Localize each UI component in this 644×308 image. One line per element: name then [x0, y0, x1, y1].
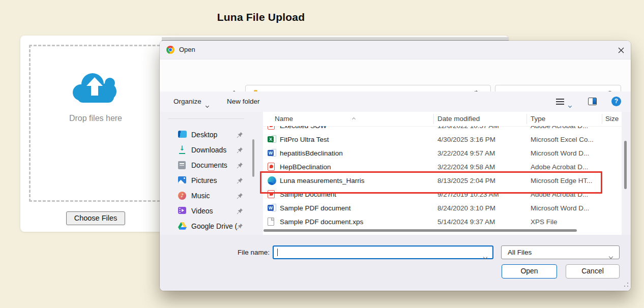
- column-header-size[interactable]: Size: [605, 112, 619, 126]
- dialog-navigation-bar: ← → ↑ Desktop Sample Upload Search Sampl…: [160, 59, 631, 91]
- screen: Luna File Upload Drop files here Choose …: [0, 0, 644, 308]
- google-drive-icon: [178, 222, 187, 232]
- open-button[interactable]: Open: [502, 264, 557, 279]
- sort-ascending-icon: [353, 113, 355, 122]
- file-name: hepatitisBdeclination: [280, 146, 343, 160]
- file-type-chevron-icon: [609, 251, 612, 260]
- sidebar-item-downloads[interactable]: Downloads: [160, 142, 261, 158]
- pin-icon: [237, 162, 243, 171]
- open-file-dialog: Open ← → ↑ Desktop Sample Upload: [160, 41, 631, 291]
- file-date-modified: 12/6/2022 10:57 AM: [437, 126, 499, 133]
- sidebar-scrollbar[interactable]: [252, 139, 254, 177]
- file-date-modified: 4/30/2025 3:16 PM: [437, 133, 495, 146]
- pdf-file-icon: [268, 126, 275, 130]
- file-name: Executed SOW: [280, 126, 327, 133]
- file-date-modified: 5/14/2024 9:37 AM: [437, 215, 495, 229]
- pin-icon: [237, 207, 243, 217]
- sidebar-item-label: Google Drive (: [191, 219, 237, 234]
- pin-icon: [237, 223, 243, 232]
- preview-pane-icon[interactable]: [588, 98, 597, 105]
- sidebar-item-music[interactable]: Music: [160, 188, 261, 203]
- sidebar-divider: [168, 118, 244, 119]
- cloud-upload-icon: [71, 70, 120, 105]
- pin-icon: [237, 131, 243, 140]
- pictures-icon: [178, 176, 186, 183]
- sidebar-item-pictures[interactable]: Pictures: [160, 173, 261, 188]
- page-title: Luna File Upload: [20, 11, 502, 23]
- file-name-input[interactable]: [273, 245, 493, 259]
- vertical-scrollbar[interactable]: [624, 141, 627, 189]
- text-cursor: [277, 249, 278, 256]
- dialog-title: Open: [179, 41, 195, 59]
- sidebar-item-label: Downloads: [191, 142, 226, 158]
- music-icon: [178, 192, 186, 200]
- highlight-rectangle: [260, 171, 602, 194]
- file-type-value: All Files: [508, 246, 532, 259]
- column-header-type[interactable]: Type: [531, 112, 545, 126]
- pin-icon: [237, 146, 243, 156]
- file-date-modified: 3/22/2024 9:57 AM: [437, 146, 495, 160]
- column-header-name[interactable]: Name: [275, 112, 293, 126]
- file-type: Adobe Acrobat D...: [531, 126, 588, 133]
- dialog-titlebar[interactable]: Open: [160, 41, 631, 59]
- sidebar-item-label: Desktop: [191, 127, 217, 142]
- file-type: Microsoft Word D...: [531, 201, 589, 215]
- file-type: Microsoft Excel Co...: [531, 133, 594, 146]
- resize-grip[interactable]: [624, 282, 629, 287]
- sidebar-item-label: Music: [191, 188, 210, 203]
- file-row[interactable]: hepatitisBdeclination3/22/2024 9:57 AMMi…: [263, 146, 622, 160]
- help-icon[interactable]: [611, 97, 621, 106]
- file-name: FitPro Ultra Test: [280, 133, 329, 146]
- file-name: Sample PDF document: [280, 201, 351, 215]
- file-name-dropdown-chevron-icon[interactable]: [484, 252, 487, 261]
- pin-icon: [237, 177, 243, 186]
- pdf-file-icon: [268, 163, 275, 171]
- dropzone-label: Drop files here: [40, 114, 152, 123]
- word-file-icon: [268, 204, 276, 212]
- choose-files-button[interactable]: Choose Files: [66, 211, 125, 225]
- word-file-icon: [268, 149, 276, 157]
- sidebar-item-documents[interactable]: Documents: [160, 158, 261, 173]
- close-icon[interactable]: [616, 45, 627, 56]
- documents-icon: [178, 161, 186, 169]
- horizontal-scrollbar[interactable]: [264, 229, 577, 232]
- file-row[interactable]: Sample PDF document8/24/2020 3:10 PMMicr…: [263, 201, 622, 215]
- file-row[interactable]: FitPro Ultra Test4/30/2025 3:16 PMMicros…: [263, 133, 622, 146]
- sidebar-item-google-drive[interactable]: Google Drive (: [160, 219, 261, 234]
- list-view-icon[interactable]: [556, 99, 564, 105]
- file-list-header: Name Date modified Type Size: [263, 112, 622, 127]
- dialog-footer: File name: All Files Open Cancel: [160, 235, 631, 291]
- xps-file-icon: [268, 218, 274, 226]
- sidebar-item-videos[interactable]: Videos: [160, 203, 261, 219]
- sidebar-item-desktop[interactable]: Desktop: [160, 127, 261, 142]
- sidebar: DesktopDownloadsDocumentsPicturesMusicVi…: [160, 127, 261, 234]
- new-folder-button[interactable]: New folder: [227, 91, 260, 112]
- pin-icon: [237, 192, 243, 201]
- column-header-date-modified[interactable]: Date modified: [437, 112, 480, 126]
- sidebar-item-label: Videos: [191, 203, 213, 219]
- file-name: Sample PDF document.xps: [280, 215, 363, 229]
- downloads-icon: [178, 146, 186, 154]
- file-type: Microsoft Word D...: [531, 146, 589, 160]
- file-type-select[interactable]: All Files: [501, 245, 620, 259]
- sidebar-item-label: Documents: [191, 158, 227, 173]
- file-row[interactable]: Sample PDF document.xps5/14/2024 9:37 AM…: [263, 215, 622, 229]
- chrome-icon: [166, 46, 174, 54]
- sidebar-item-label: Pictures: [191, 173, 217, 188]
- videos-icon: [178, 207, 186, 214]
- organize-caret-icon: [206, 100, 209, 109]
- excel-file-icon: [268, 135, 276, 143]
- dialog-toolbar: Organize New folder: [160, 91, 631, 112]
- file-type: XPS File: [531, 215, 558, 229]
- file-date-modified: 8/24/2020 3:10 PM: [437, 201, 495, 215]
- file-row[interactable]: Executed SOW12/6/2022 10:57 AMAdobe Acro…: [263, 126, 622, 133]
- cancel-button[interactable]: Cancel: [566, 264, 620, 279]
- file-name-label: File name:: [231, 245, 270, 259]
- view-options-chevron-icon[interactable]: [569, 100, 571, 109]
- desktop-icon: [178, 131, 187, 138]
- organize-button[interactable]: Organize: [173, 91, 201, 112]
